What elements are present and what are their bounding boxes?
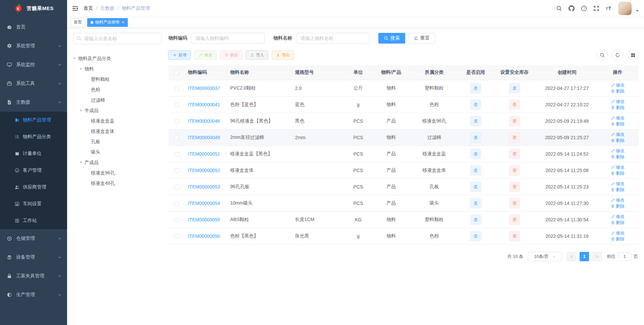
reset-button[interactable]: 重置 — [409, 33, 435, 44]
caret-down-icon[interactable] — [79, 110, 82, 113]
row-edit-button[interactable]: 修改 — [611, 115, 625, 121]
tree-node[interactable]: 产成品 — [73, 157, 162, 168]
sidebar-item[interactable]: 设备管理 — [0, 248, 67, 267]
sidebar-item[interactable]: 主数据 — [0, 93, 67, 112]
app-logo[interactable]: K 苦糖果MES — [0, 0, 67, 17]
tree-node[interactable]: 色粉 — [73, 85, 162, 95]
row-edit-button[interactable]: 修改 — [611, 82, 625, 88]
sidebar-subitem[interactable]: 物料产品分类 — [0, 128, 67, 145]
sidebar-subitem[interactable]: 客户管理 — [0, 162, 67, 179]
sidebar-item[interactable]: 生产管理 — [0, 285, 67, 304]
page-size-select[interactable]: 10条/页 — [528, 252, 562, 261]
row-delete-button[interactable]: 删除 — [611, 138, 625, 144]
row-edit-button[interactable]: 修改 — [611, 99, 625, 105]
caret-down-icon[interactable] — [635, 9, 639, 13]
search-icon[interactable] — [556, 5, 562, 11]
item-code-link[interactable]: ITEM00000055 — [188, 217, 220, 222]
item-code-link[interactable]: ITEM00000051 — [188, 151, 220, 157]
row-checkbox[interactable] — [174, 201, 179, 206]
item-code-link[interactable]: ITEM00000041 — [188, 102, 220, 107]
help-icon[interactable]: ? — [581, 5, 587, 11]
goto-page-input[interactable] — [618, 252, 631, 261]
columns-button[interactable] — [627, 49, 639, 61]
delete-button[interactable]: 删除 — [220, 50, 243, 60]
fullscreen-icon[interactable] — [593, 5, 599, 11]
row-delete-button[interactable]: 删除 — [611, 105, 625, 111]
prev-page-button[interactable] — [567, 252, 577, 261]
row-delete-button[interactable]: 删除 — [611, 203, 625, 209]
row-checkbox[interactable] — [174, 185, 179, 189]
row-delete-button[interactable]: 删除 — [611, 88, 625, 94]
breadcrumb-item[interactable]: 首页 — [84, 5, 93, 11]
item-code-link[interactable]: ITEM00000052 — [188, 168, 220, 173]
row-edit-button[interactable]: 修改 — [611, 230, 625, 236]
row-edit-button[interactable]: 修改 — [611, 181, 625, 187]
tree-node[interactable]: 移液盒96孔 — [73, 168, 162, 178]
tree-node[interactable]: 移液盒盒盖 — [73, 116, 162, 126]
row-edit-button[interactable]: 修改 — [611, 164, 625, 170]
row-edit-button[interactable]: 修改 — [611, 148, 625, 154]
tree-node[interactable]: 过滤棉 — [73, 95, 162, 105]
row-checkbox[interactable] — [174, 218, 179, 222]
row-delete-button[interactable]: 删除 — [611, 236, 625, 242]
item-code-link[interactable]: ITEM00000054 — [188, 201, 220, 206]
toggle-search-button[interactable] — [596, 49, 608, 61]
tree-node[interactable]: 孔板 — [73, 137, 162, 147]
next-page-button[interactable] — [592, 252, 602, 261]
row-checkbox[interactable] — [174, 168, 179, 173]
hamburger-icon[interactable] — [72, 5, 78, 11]
current-page-button[interactable]: 1 — [580, 252, 589, 261]
category-search-input[interactable] — [73, 33, 162, 44]
row-edit-button[interactable]: 修改 — [611, 197, 625, 203]
row-checkbox[interactable] — [174, 136, 179, 140]
sidebar-subitem[interactable]: 工作站 — [0, 212, 67, 229]
row-checkbox[interactable] — [174, 103, 179, 107]
sidebar-item[interactable]: 系统监控 — [0, 55, 67, 74]
tab-0[interactable]: 首页 — [70, 18, 85, 27]
row-delete-button[interactable]: 删除 — [611, 187, 625, 193]
caret-down-icon[interactable] — [79, 68, 82, 71]
add-button[interactable]: 新增 — [168, 50, 191, 60]
item-code-link[interactable]: ITEM00000046 — [188, 118, 220, 124]
tree-node[interactable]: 移液盒盒体 — [73, 126, 162, 137]
sidebar-item[interactable]: 系统工具 — [0, 74, 67, 93]
select-all-checkbox[interactable] — [174, 70, 179, 75]
caret-down-icon[interactable] — [79, 162, 82, 165]
item-code-link[interactable]: ITEM00000056 — [188, 233, 220, 239]
sidebar-item[interactable]: 仓储管理 — [0, 229, 67, 248]
sidebar-subitem[interactable]: 供应商管理 — [0, 179, 67, 196]
item-code-link[interactable]: ITEM00000037 — [188, 86, 220, 91]
row-checkbox[interactable] — [174, 234, 179, 239]
edit-button[interactable]: 修改 — [194, 50, 217, 60]
tab-1[interactable]: 物料产品管理× — [87, 18, 128, 27]
material-name-input[interactable] — [296, 33, 370, 44]
avatar[interactable] — [618, 2, 632, 15]
row-delete-button[interactable]: 删除 — [611, 121, 625, 127]
font-size-icon[interactable]: TT — [606, 5, 612, 11]
row-edit-button[interactable]: 修改 — [611, 131, 625, 138]
refresh-button[interactable] — [612, 49, 623, 61]
row-checkbox[interactable] — [174, 119, 179, 124]
search-button[interactable]: 搜索 — [378, 33, 405, 44]
material-code-input[interactable] — [191, 33, 265, 44]
sidebar-item[interactable]: 系统管理 — [0, 37, 67, 55]
sidebar-item[interactable]: 工装夹具管理 — [0, 267, 67, 285]
tree-node[interactable]: 物料 — [73, 64, 162, 74]
tree-node[interactable]: 塑料颗粒 — [73, 74, 162, 85]
item-code-link[interactable]: ITEM00000049 — [188, 135, 220, 140]
tree-node[interactable]: 吸头 — [73, 147, 162, 157]
row-edit-button[interactable]: 修改 — [611, 214, 625, 220]
row-checkbox[interactable] — [174, 86, 179, 91]
sidebar-subitem[interactable]: 计量单位 — [0, 145, 67, 162]
caret-down-icon[interactable] — [73, 58, 76, 61]
tree-node[interactable]: 移液盒48孔 — [73, 178, 162, 188]
row-delete-button[interactable]: 删除 — [611, 220, 625, 226]
import-button[interactable]: 导入 — [246, 50, 268, 60]
sidebar-subitem[interactable]: 物料产品管理 — [0, 112, 67, 128]
item-code-link[interactable]: ITEM00000053 — [188, 184, 220, 189]
sidebar-item[interactable]: 首页 — [0, 18, 67, 37]
row-delete-button[interactable]: 删除 — [611, 170, 625, 176]
github-icon[interactable] — [569, 5, 575, 11]
tree-node[interactable]: 物料及产品分类 — [73, 53, 162, 64]
export-button[interactable]: 导出 — [272, 50, 294, 60]
